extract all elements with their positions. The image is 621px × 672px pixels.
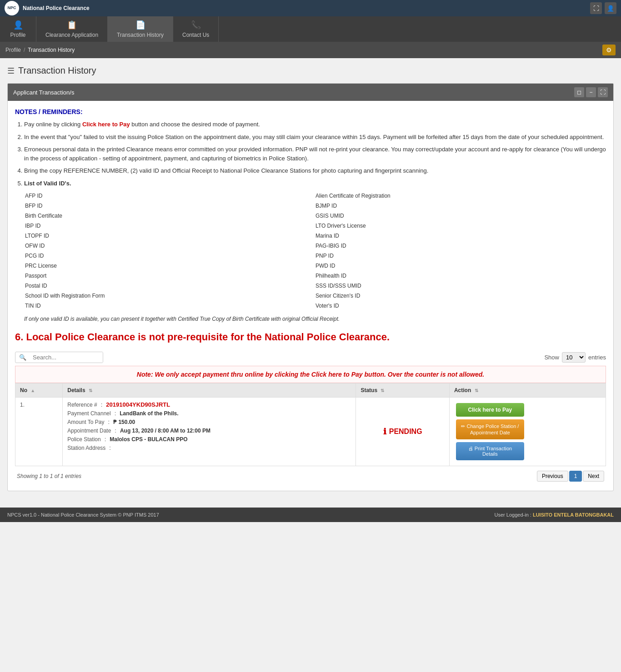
profile-icon: 👤 bbox=[13, 20, 23, 30]
nav-item-contact-us[interactable]: 📞 Contact Us bbox=[173, 16, 219, 42]
big-notice: 6. Local Police Clearance is not pre-req… bbox=[15, 330, 606, 344]
valid-id-row: PCG IDPNP ID bbox=[25, 251, 605, 260]
app-logo: NPC National Police Clearance bbox=[5, 1, 90, 15]
app-title: National Police Clearance bbox=[23, 5, 90, 11]
card-title: Applicant Transaction/s bbox=[13, 89, 74, 96]
card-minimize-button[interactable]: ◻ bbox=[574, 87, 584, 97]
reference-label: Reference # bbox=[67, 402, 97, 408]
appointment-value: Aug 13, 2020 / 8:00 AM to 12:00 PM bbox=[120, 428, 210, 434]
page-1-button[interactable]: 1 bbox=[569, 471, 582, 482]
valid-id-row: TIN IDVoter's ID bbox=[25, 301, 605, 310]
valid-id-col2: Marina ID bbox=[316, 231, 605, 240]
pagination: Previous 1 Next bbox=[537, 471, 604, 482]
nav-item-transaction-history[interactable]: 📄 Transaction History bbox=[108, 16, 173, 42]
note-item-3: Erroneous personal data in the printed C… bbox=[24, 145, 606, 163]
valid-id-col2: PAG-IBIG ID bbox=[316, 241, 605, 250]
nav-label-profile: Profile bbox=[10, 32, 25, 38]
breadcrumb: Profile / Transaction History bbox=[5, 47, 75, 53]
click-here-to-pay-link-note[interactable]: Click here to Pay bbox=[82, 121, 130, 128]
valid-id-row: PassportPhilhealth ID bbox=[25, 271, 605, 280]
nav-label-contact: Contact Us bbox=[182, 32, 209, 38]
status-pending: ℹ PENDING bbox=[361, 427, 444, 437]
detail-reference: Reference # : 20191004YKD90SJRTL bbox=[67, 401, 351, 408]
data-table: No ▲ Details ⇅ Status ⇅ Action ⇅ 1. Refe bbox=[15, 383, 606, 467]
previous-button[interactable]: Previous bbox=[537, 471, 568, 482]
page-title: ☰ Transaction History bbox=[7, 65, 614, 76]
history-icon: 📄 bbox=[135, 20, 145, 30]
nav-item-clearance-application[interactable]: 📋 Clearance Application bbox=[36, 16, 108, 42]
card-expand-button[interactable]: ⛶ bbox=[598, 87, 608, 97]
logged-in-user: LUISITO ENTELA BATONGBAKAL bbox=[533, 512, 614, 518]
nav-item-profile[interactable]: 👤 Profile bbox=[0, 16, 36, 42]
valid-id-col2: BJMP ID bbox=[316, 201, 605, 210]
search-input[interactable] bbox=[30, 352, 103, 363]
valid-id-col1: IBP ID bbox=[25, 221, 315, 230]
sort-arrow-details: ⇅ bbox=[89, 388, 92, 393]
sort-arrow-action: ⇅ bbox=[475, 388, 478, 393]
valid-ids-table: AFP IDAlien Certificate of Registration … bbox=[24, 190, 606, 311]
valid-id-col2: Voter's ID bbox=[316, 301, 605, 310]
cell-details: Reference # : 20191004YKD90SJRTL Payment… bbox=[63, 397, 356, 466]
footer-right: User Logged-in : LUISITO ENTELA BATONGBA… bbox=[495, 512, 614, 518]
id-note-italic: If only one valid ID is available, you c… bbox=[24, 315, 606, 323]
valid-id-col2: Philhealth ID bbox=[316, 271, 605, 280]
card-collapse-button[interactable]: − bbox=[586, 87, 596, 97]
valid-id-row: BFP IDBJMP ID bbox=[25, 201, 605, 210]
card-header-actions: ◻ − ⛶ bbox=[574, 87, 608, 97]
logo-image: NPC bbox=[5, 1, 19, 15]
appointment-label: Appointment Date bbox=[67, 428, 111, 434]
col-status: Status ⇅ bbox=[356, 383, 449, 397]
valid-id-col1: TIN ID bbox=[25, 301, 315, 310]
valid-id-row: LTOPF IDMarina ID bbox=[25, 231, 605, 240]
table-footer: Showing 1 to 1 of 1 entries Previous 1 N… bbox=[15, 466, 606, 483]
showing-text: Showing 1 to 1 of 1 entries bbox=[17, 473, 81, 479]
detail-payment-channel: Payment Channel : LandBank of the Phils. bbox=[67, 410, 351, 417]
table-controls: 🔍 Show 10 25 50 100 entries bbox=[15, 352, 606, 363]
col-action: Action ⇅ bbox=[449, 383, 606, 397]
clearance-icon: 📋 bbox=[67, 20, 77, 30]
user-button[interactable]: 👤 bbox=[605, 2, 616, 14]
breadcrumb-bar: Profile / Transaction History ⚙ bbox=[0, 42, 621, 58]
valid-id-row: AFP IDAlien Certificate of Registration bbox=[25, 191, 605, 200]
note-item-5: List of Valid ID's. AFP IDAlien Certific… bbox=[24, 179, 606, 324]
transaction-card: Applicant Transaction/s ◻ − ⛶ NOTES / RE… bbox=[7, 83, 614, 491]
valid-id-col2: LTO Driver's License bbox=[316, 221, 605, 230]
contact-icon: 📞 bbox=[191, 20, 201, 30]
valid-id-col1: Passport bbox=[25, 271, 315, 280]
valid-id-col2: Alien Certificate of Registration bbox=[316, 191, 605, 200]
col-no: No ▲ bbox=[15, 383, 63, 397]
col-details: Details ⇅ bbox=[63, 383, 356, 397]
page-footer: NPCS ver1.0 - National Police Clearance … bbox=[0, 508, 621, 522]
note-item-1: Pay online by clicking Click here to Pay… bbox=[24, 120, 606, 129]
print-transaction-button[interactable]: 🖨 Print Transaction Details bbox=[456, 442, 524, 460]
note-item-4: Bring the copy REFERENCE NUMBER, (2) val… bbox=[24, 166, 606, 175]
valid-id-col2: Senior Citizen's ID bbox=[316, 291, 605, 300]
valid-id-row: PRC LicensePWD ID bbox=[25, 261, 605, 270]
nav-label-clearance: Clearance Application bbox=[45, 32, 98, 38]
amount-label: Amount To Pay bbox=[67, 419, 104, 425]
entries-select[interactable]: 10 25 50 100 bbox=[562, 352, 586, 363]
top-bar: NPC National Police Clearance ⛶ 👤 bbox=[0, 0, 621, 16]
change-police-station-button[interactable]: ✏ Change Police Station / Appointment Da… bbox=[456, 419, 524, 440]
valid-id-col2: PWD ID bbox=[316, 261, 605, 270]
breadcrumb-separator: / bbox=[24, 47, 25, 53]
cell-action: Click here to Pay ✏ Change Police Statio… bbox=[449, 397, 606, 466]
click-here-to-pay-button[interactable]: Click here to Pay bbox=[456, 403, 524, 417]
next-button[interactable]: Next bbox=[583, 471, 604, 482]
sort-arrow-status: ⇅ bbox=[381, 388, 384, 393]
fullscreen-button[interactable]: ⛶ bbox=[590, 2, 602, 14]
breadcrumb-current: Transaction History bbox=[28, 47, 75, 53]
valid-id-row: IBP IDLTO Driver's License bbox=[25, 221, 605, 230]
payment-channel-label: Payment Channel bbox=[67, 410, 110, 417]
main-nav: 👤 Profile 📋 Clearance Application 📄 Tran… bbox=[0, 16, 621, 42]
valid-id-col2: GSIS UMID bbox=[316, 211, 605, 220]
notes-list: Pay online by clicking Click here to Pay… bbox=[15, 120, 606, 323]
table-head: No ▲ Details ⇅ Status ⇅ Action ⇅ bbox=[15, 383, 606, 397]
settings-button[interactable]: ⚙ bbox=[602, 45, 616, 55]
valid-id-col1: AFP ID bbox=[25, 191, 315, 200]
valid-id-col2: SSS ID/SSS UMID bbox=[316, 281, 605, 290]
valid-id-col1: PCG ID bbox=[25, 251, 315, 260]
show-label: Show bbox=[544, 354, 559, 361]
footer-left: NPCS ver1.0 - National Police Clearance … bbox=[7, 512, 159, 518]
breadcrumb-profile-link[interactable]: Profile bbox=[5, 47, 21, 53]
